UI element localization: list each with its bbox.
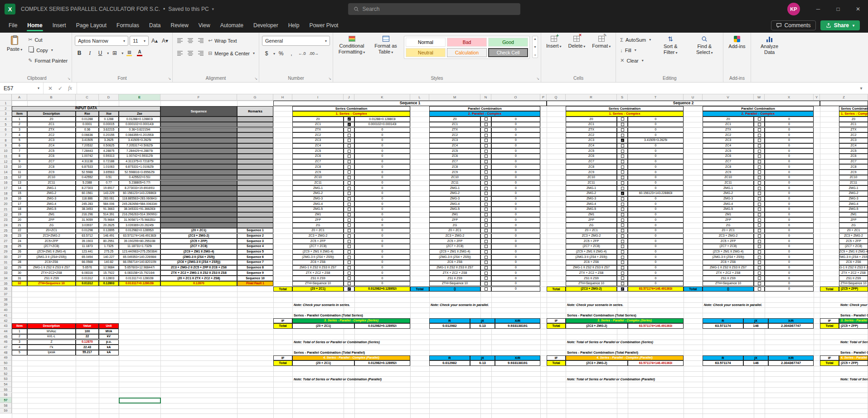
row-header-12[interactable]: 12 [0, 159, 12, 165]
input-r-cell[interactable]: 245.283 [76, 201, 99, 207]
parallel-item-name[interactable]: ZC3 + ZMG-2 [429, 233, 480, 239]
series-item-value[interactable]: 0 [628, 148, 684, 154]
series-item-name[interactable]: ZC3 + ZMG-2 [292, 233, 344, 239]
series-item-value[interactable]: 0 [628, 281, 684, 287]
input-description-cell[interactable]: ZC9 [27, 170, 76, 175]
series-item-value[interactable]: 0 [628, 238, 684, 244]
series-item-checkbox[interactable] [617, 127, 628, 133]
selected-cell[interactable] [119, 398, 161, 403]
input-x-cell[interactable]: 80.2551 [99, 238, 119, 244]
series-item-checkbox[interactable] [344, 201, 354, 207]
input-item-cell[interactable]: 19 [12, 212, 27, 218]
parallel-item-name[interactable]: ZTX [703, 127, 754, 133]
parallel-item-checkbox[interactable] [754, 276, 765, 281]
input-z-cell[interactable]: 245.282656+584.006334i [119, 201, 160, 207]
input-r-cell[interactable]: 123.441 [76, 249, 99, 255]
parallel-item-name[interactable]: ZMG-4 [703, 201, 754, 207]
input-remark-cell[interactable] [237, 212, 273, 218]
column-header-X[interactable]: X [765, 94, 814, 101]
clear-button[interactable]: ✕Clear▾ [619, 56, 652, 65]
input-item-cell[interactable]: 6 [12, 143, 27, 149]
row-header-54[interactable]: 54 [0, 382, 12, 387]
font-color-button[interactable]: A [135, 49, 144, 58]
parallel-item-checkbox[interactable] [754, 249, 765, 255]
series-item-name[interactable]: ZC5 [292, 148, 344, 154]
parallel-item-checkbox[interactable] [480, 185, 491, 191]
decrease-decimal-button[interactable]: .00→ [308, 49, 320, 58]
input-description-cell[interactable]: ZC6 [27, 154, 76, 159]
input-remark-cell[interactable] [237, 191, 273, 196]
summary-cell[interactable]: kA [99, 345, 119, 350]
parallel-item-value[interactable]: 0 [491, 212, 540, 218]
series-item-name[interactable]: ZC3 [292, 138, 344, 143]
summary-cell[interactable]: MVAsc [27, 329, 76, 334]
series-item-name[interactable]: ZC1 [566, 122, 617, 127]
series-item-checkbox[interactable] [344, 170, 354, 175]
series-item-value[interactable]: 0 [354, 249, 410, 255]
series-item-name[interactable]: ZC3 [566, 138, 617, 143]
row-header-57[interactable]: 57 [0, 398, 12, 403]
parallel-item-checkbox[interactable] [754, 148, 765, 154]
parallel-item-value[interactable]: 0 [491, 143, 540, 149]
parallel-item-value[interactable]: 0 [491, 270, 540, 276]
input-item-cell[interactable]: 7 [12, 148, 27, 154]
menu-tab-view[interactable]: View [194, 18, 215, 33]
parallel-item-value[interactable]: 0 [765, 138, 814, 143]
input-description-cell[interactable]: (ZC7+ZC8) [27, 244, 76, 249]
series-item-name[interactable]: (ZMG-3 II (ZS4 + ZS5)) [566, 254, 617, 260]
row-header-43[interactable]: 43 [0, 323, 12, 329]
summary-cell[interactable]: kA [99, 350, 119, 355]
series-item-value[interactable]: 0 [354, 223, 410, 228]
input-remark-cell[interactable]: Sequence 6 [237, 254, 273, 260]
avatar[interactable]: KP [787, 3, 800, 15]
input-x-cell[interactable]: 12.9684 [99, 265, 119, 271]
parallel-item-checkbox[interactable] [480, 260, 491, 265]
parallel-item-name[interactable]: ZC9 [429, 170, 480, 175]
parallel-item-checkbox[interactable] [754, 217, 765, 223]
row-header-23[interactable]: 23 [0, 217, 12, 223]
parallel-item-name[interactable]: ZMG-2 [429, 191, 480, 196]
series-item-value[interactable]: 0 [354, 154, 410, 159]
series-item-value[interactable]: 0 [628, 175, 684, 180]
parallel-item-checkbox[interactable] [754, 207, 765, 212]
series-item-checkbox[interactable] [344, 164, 354, 170]
series-item-value[interactable]: 0 [628, 228, 684, 233]
series-item-name[interactable]: Z0 + ZC1 [839, 228, 868, 233]
paste-button[interactable]: Paste▾ [5, 34, 24, 54]
parallel-item-name[interactable]: ZC2 [703, 132, 754, 138]
row-header-18[interactable]: 18 [0, 191, 12, 196]
series-item-checkbox[interactable] [617, 212, 628, 218]
alignment-dialog-launcher[interactable]: ↘ [254, 77, 257, 81]
summary-cell[interactable]: p.u. [99, 340, 119, 345]
series-item-value[interactable]: 0 [628, 223, 684, 228]
menu-tab-review[interactable]: Review [165, 18, 193, 33]
series-item-value[interactable]: 0 [354, 281, 410, 287]
parallel-item-checkbox[interactable] [754, 270, 765, 276]
series-item-value[interactable]: 0 [354, 254, 410, 260]
series-item-checkbox[interactable] [344, 228, 354, 233]
series-item-name[interactable]: ZTH=Sequence 10 [839, 281, 868, 287]
series-item-value[interactable]: 0 [354, 196, 410, 202]
series-item-name[interactable]: ZC3 [839, 138, 868, 143]
parallel-item-name[interactable]: ZMG-5 [703, 207, 754, 212]
input-r-cell[interactable]: 216.296 [76, 212, 99, 218]
series-item-name[interactable]: ZMG-2 [566, 191, 617, 196]
input-sequence-cell[interactable]: (ZC6 + (ZMG-3 II (ZS4 + ZS5))) [160, 260, 237, 265]
parallel-item-checkbox[interactable] [754, 127, 765, 133]
series-item-name[interactable]: ZG [566, 223, 617, 228]
series-item-name[interactable]: ZMG-5 [839, 207, 868, 212]
input-x-cell[interactable]: 3.2625 [99, 138, 119, 143]
series-item-checkbox[interactable] [344, 212, 354, 218]
input-z-cell[interactable]: 52.598816+3.655625i [119, 170, 160, 175]
input-x-cell[interactable]: 1.7325 [99, 244, 119, 249]
parallel-item-name[interactable]: ZS1 II ZS9 [703, 276, 754, 281]
row-header-20[interactable]: 20 [0, 201, 12, 207]
parallel-item-name[interactable]: ZMG-1 [429, 185, 480, 191]
parallel-item-value[interactable]: 0 [765, 207, 814, 212]
parallel-item-checkbox[interactable] [480, 223, 491, 228]
parallel-item-checkbox[interactable] [480, 117, 491, 122]
input-item-cell[interactable]: 3 [12, 127, 27, 133]
comma-button[interactable]: , [287, 49, 296, 58]
row-header-11[interactable]: 11 [0, 154, 12, 159]
column-header-O[interactable]: O [491, 94, 540, 101]
